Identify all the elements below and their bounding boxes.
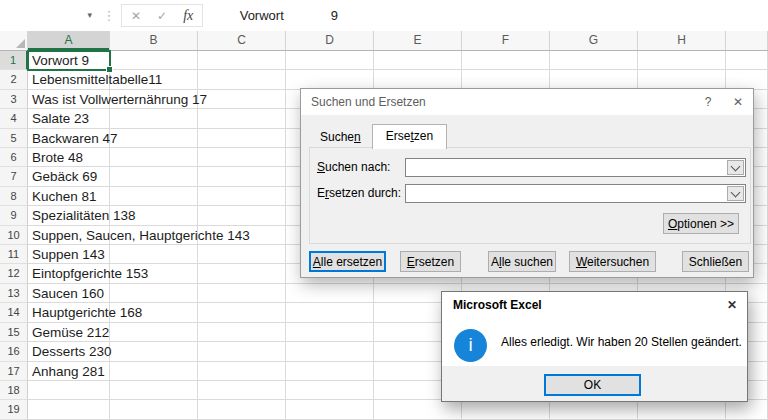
cell[interactable]: [286, 51, 374, 70]
cell[interactable]: [286, 70, 374, 89]
cell[interactable]: [198, 362, 286, 381]
replace-with-input[interactable]: [405, 184, 746, 203]
cell[interactable]: [286, 362, 374, 381]
column-header-G[interactable]: G: [550, 31, 638, 50]
column-header-D[interactable]: D: [286, 31, 374, 50]
cell[interactable]: [110, 323, 198, 342]
cell[interactable]: [374, 70, 462, 89]
cell[interactable]: [198, 264, 286, 283]
tab-suchen[interactable]: Suchen: [309, 127, 372, 148]
cell[interactable]: [198, 400, 286, 419]
column-header-H[interactable]: H: [638, 31, 726, 50]
cell[interactable]: [198, 70, 286, 89]
close-button[interactable]: Schließen: [682, 251, 749, 272]
row-header-4[interactable]: 4: [0, 109, 28, 128]
cell[interactable]: [638, 51, 726, 70]
row-header-2[interactable]: 2: [0, 70, 28, 89]
row-header-1[interactable]: 1: [0, 51, 28, 70]
column-header-A[interactable]: A: [28, 31, 110, 50]
row-header-18[interactable]: 18: [0, 381, 28, 400]
search-for-input[interactable]: [405, 158, 746, 177]
cell[interactable]: [462, 400, 550, 419]
cell[interactable]: [198, 129, 286, 148]
cell[interactable]: [198, 381, 286, 400]
cell[interactable]: [110, 381, 198, 400]
row-header-6[interactable]: 6: [0, 148, 28, 167]
replace-button[interactable]: Ersetzen: [400, 251, 461, 272]
row-header-3[interactable]: 3: [0, 90, 28, 109]
row-header-10[interactable]: 10: [0, 226, 28, 245]
cell[interactable]: [110, 245, 198, 264]
cancel-icon[interactable]: ✕: [131, 9, 141, 23]
column-header-F[interactable]: F: [462, 31, 550, 50]
cell[interactable]: [198, 245, 286, 264]
cell[interactable]: [110, 148, 198, 167]
cell[interactable]: [462, 70, 550, 89]
row-header-13[interactable]: 13: [0, 284, 28, 303]
insert-function-icon[interactable]: fx: [183, 8, 193, 24]
cell[interactable]: [374, 400, 462, 419]
cell[interactable]: [110, 129, 198, 148]
row-header-8[interactable]: 8: [0, 187, 28, 206]
cell[interactable]: [374, 51, 462, 70]
cell[interactable]: [198, 167, 286, 186]
column-header-partial[interactable]: [726, 31, 768, 50]
cell[interactable]: [726, 70, 768, 89]
row-header-19[interactable]: 19: [0, 400, 28, 419]
column-header-C[interactable]: C: [198, 31, 286, 50]
cell[interactable]: [550, 400, 638, 419]
close-icon[interactable]: ✕: [717, 292, 747, 318]
cell[interactable]: [198, 51, 286, 70]
find-next-button[interactable]: Weitersuchen: [569, 251, 656, 272]
help-icon[interactable]: ?: [693, 89, 723, 115]
row-header-17[interactable]: 17: [0, 362, 28, 381]
cell[interactable]: [286, 284, 374, 303]
column-header-B[interactable]: B: [110, 31, 198, 50]
message-titlebar[interactable]: Microsoft Excel ✕: [442, 292, 747, 318]
cell[interactable]: [198, 109, 286, 128]
cell[interactable]: [726, 400, 768, 419]
cell[interactable]: [198, 323, 286, 342]
select-all-corner[interactable]: [0, 31, 28, 50]
ok-button[interactable]: OK: [544, 374, 641, 396]
name-box-dropdown-icon[interactable]: ▾: [87, 10, 92, 20]
cell[interactable]: [110, 342, 198, 361]
search-dropdown-button[interactable]: [727, 160, 744, 175]
cell[interactable]: [110, 167, 198, 186]
cell[interactable]: [286, 381, 374, 400]
cell[interactable]: [638, 70, 726, 89]
row-header-14[interactable]: 14: [0, 303, 28, 322]
cell[interactable]: [198, 187, 286, 206]
tab-ersetzen[interactable]: Ersetzen: [372, 124, 447, 149]
options-button[interactable]: Optionen >>: [663, 213, 739, 234]
cell[interactable]: [110, 400, 198, 419]
cell[interactable]: [550, 70, 638, 89]
row-header-12[interactable]: 12: [0, 264, 28, 283]
cell[interactable]: [198, 303, 286, 322]
cell[interactable]: [110, 109, 198, 128]
row-header-11[interactable]: 11: [0, 245, 28, 264]
row-header-5[interactable]: 5: [0, 129, 28, 148]
cell[interactable]: [110, 284, 198, 303]
column-header-E[interactable]: E: [374, 31, 462, 50]
cell[interactable]: [462, 51, 550, 70]
cell[interactable]: [198, 148, 286, 167]
cell[interactable]: [198, 284, 286, 303]
cell[interactable]: [198, 206, 286, 225]
find-all-button[interactable]: Alle suchen: [488, 251, 556, 272]
cell[interactable]: [286, 323, 374, 342]
cell[interactable]: [198, 90, 286, 109]
cell[interactable]: [726, 51, 768, 70]
replace-dropdown-button[interactable]: [727, 186, 744, 201]
close-icon[interactable]: ✕: [723, 89, 753, 115]
cell[interactable]: [28, 381, 110, 400]
row-header-9[interactable]: 9: [0, 206, 28, 225]
cell[interactable]: [286, 303, 374, 322]
replace-all-button[interactable]: Alle ersetzen: [309, 251, 386, 272]
cell[interactable]: [286, 342, 374, 361]
cell[interactable]: [110, 51, 198, 70]
cell[interactable]: [550, 51, 638, 70]
cell[interactable]: [110, 362, 198, 381]
row-header-16[interactable]: 16: [0, 342, 28, 361]
cell[interactable]: [198, 342, 286, 361]
